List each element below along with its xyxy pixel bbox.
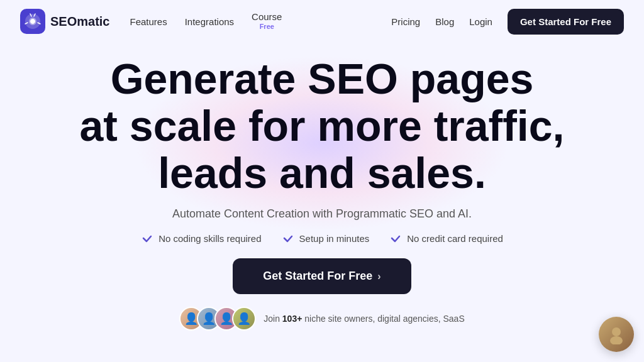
- navbar-right: Pricing Blog Login Get Started For Free: [391, 9, 624, 35]
- nav-course-badge: Free: [260, 23, 274, 31]
- seomatic-logo-icon: [20, 9, 45, 34]
- feature-no-card: No credit card required: [389, 232, 503, 244]
- feature-no-coding: No coding skills required: [141, 232, 261, 244]
- svg-point-2: [610, 336, 623, 344]
- chat-support-bubble[interactable]: [599, 317, 634, 352]
- hero-title-line2: at scale for more traffic,: [80, 102, 565, 150]
- hero-section: Generate SEO pages at scale for more tra…: [0, 43, 644, 331]
- social-count: 103+: [282, 314, 303, 324]
- hero-title-line3: leads and sales.: [158, 149, 486, 197]
- chat-bubble-inner: [599, 317, 634, 352]
- nav-link-blog[interactable]: Blog: [435, 16, 454, 27]
- hero-cta-button[interactable]: Get Started For Free ›: [233, 258, 411, 294]
- hero-subtitle: Automate Content Creation with Programma…: [172, 207, 472, 221]
- feature-label-3: No credit card required: [407, 233, 503, 244]
- avatar-face-4: 👤: [233, 308, 255, 329]
- cta-arrow-icon: ›: [377, 271, 380, 282]
- chat-avatar-icon: [606, 324, 626, 344]
- check-icon-2: [282, 232, 294, 244]
- hero-cta-label: Get Started For Free: [263, 270, 372, 283]
- navbar: SEOmatic Features Integrations Course Fr…: [0, 0, 644, 43]
- nav-course-label: Course: [252, 11, 282, 23]
- navbar-left: SEOmatic Features Integrations Course Fr…: [20, 9, 282, 34]
- nav-link-integrations[interactable]: Integrations: [185, 16, 234, 27]
- nav-link-login[interactable]: Login: [469, 16, 492, 27]
- logo[interactable]: SEOmatic: [20, 9, 109, 34]
- hero-title: Generate SEO pages at scale for more tra…: [80, 55, 565, 196]
- avatar-group: 👤 👤 👤 👤: [179, 307, 256, 331]
- nav-link-pricing[interactable]: Pricing: [391, 16, 420, 27]
- svg-point-1: [612, 327, 621, 336]
- feature-label-2: Setup in minutes: [299, 233, 370, 244]
- hero-title-line1: Generate SEO pages: [111, 55, 534, 102]
- check-icon-1: [141, 232, 153, 244]
- social-prefix: Join: [264, 314, 280, 324]
- social-proof-text: Join 103+ niche site owners, digital age…: [264, 314, 465, 324]
- feature-setup: Setup in minutes: [282, 232, 370, 244]
- social-proof: 👤 👤 👤 👤 Join 103+ niche site owners, dig…: [179, 307, 465, 331]
- nav-links: Features Integrations Course Free: [130, 11, 282, 31]
- check-icon-3: [389, 232, 402, 244]
- hero-features: No coding skills required Setup in minut…: [141, 232, 503, 244]
- nav-cta-button[interactable]: Get Started For Free: [508, 9, 624, 35]
- social-suffix: niche site owners, digital agencies, Saa…: [304, 314, 464, 324]
- avatar-4: 👤: [232, 307, 256, 331]
- logo-text: SEOmatic: [50, 14, 109, 29]
- nav-link-features[interactable]: Features: [130, 16, 167, 27]
- nav-link-course[interactable]: Course Free: [252, 11, 282, 31]
- feature-label-1: No coding skills required: [158, 233, 261, 244]
